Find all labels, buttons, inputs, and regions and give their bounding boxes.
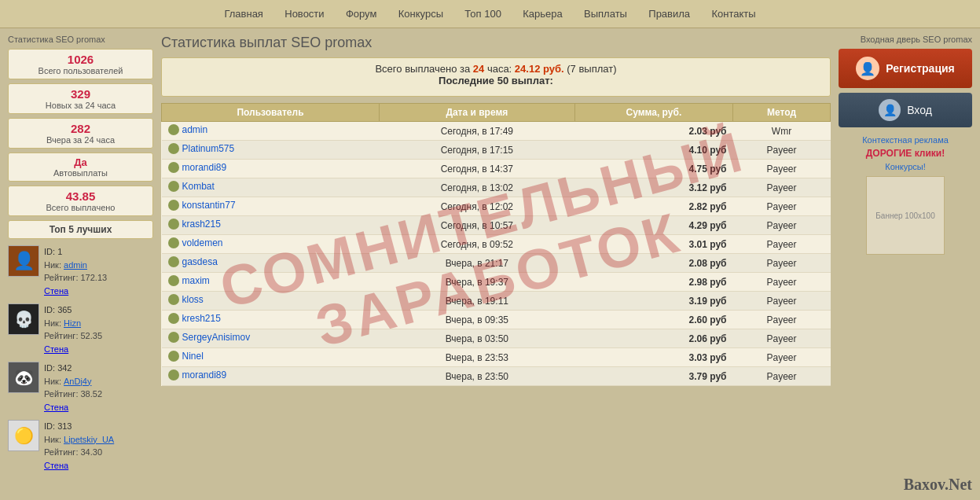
table-row: konstantin77Сегодня, в 12:022.82 рубPaye…	[162, 197, 831, 216]
banner-box: Баннер 100x100	[866, 176, 945, 255]
user-cell: admin	[162, 122, 380, 141]
amount-cell: 3.79 руб	[574, 367, 732, 386]
method-cell: Wmr	[733, 122, 831, 141]
stat-autopay: Да Автовыплаты	[8, 153, 153, 182]
left-sidebar: Статистика SEO promax 1026 Всего пользов…	[8, 35, 153, 478]
date-cell: Вчера, в 19:37	[379, 273, 574, 292]
right-title: Входная дверь SEO promax	[839, 35, 972, 44]
amount-cell: 4.75 руб	[574, 160, 732, 178]
nav-top100[interactable]: Топ 100	[464, 8, 501, 20]
avatar-4: 🟡	[8, 420, 39, 451]
nav-career[interactable]: Карьера	[523, 8, 563, 20]
center-content: Статистика выплат SEO promax Всего выпла…	[161, 35, 831, 478]
sidebar-title: Статистика SEO promax	[8, 35, 153, 44]
user-card-1: 👤 ID: 1 Ник: admin Рейтинг: 172.13 Стена	[8, 245, 153, 297]
method-cell: Payeer	[733, 348, 831, 367]
method-cell: Payeer	[733, 273, 831, 292]
date-cell: Сегодня, в 14:37	[379, 160, 574, 178]
col-user: Пользователь	[162, 104, 380, 122]
col-method: Метод	[733, 104, 831, 122]
date-cell: Вчера, в 23:53	[379, 348, 574, 367]
dor-link[interactable]: ДОРОГИЕ клики!	[839, 148, 972, 159]
date-cell: Сегодня, в 17:49	[379, 122, 574, 141]
nav-news[interactable]: Новости	[284, 8, 324, 20]
date-cell: Сегодня, в 13:02	[379, 178, 574, 197]
col-amount: Сумма, руб.	[574, 104, 732, 122]
login-icon: 👤	[879, 99, 901, 121]
avatar-3: 🐼	[8, 362, 39, 393]
nav-bar: Главная Новости Форум Конкурсы Топ 100 К…	[0, 0, 980, 28]
nav-rules[interactable]: Правила	[648, 8, 690, 20]
register-button[interactable]: 👤 Регистрация	[839, 49, 972, 88]
date-cell: Сегодня, в 17:15	[379, 141, 574, 160]
nav-forum[interactable]: Форум	[346, 8, 377, 20]
user-cell: morandi89	[162, 160, 380, 178]
user-card-2: 💀 ID: 365 Ник: Hizn Рейтинг: 52.35 Стена	[8, 303, 153, 355]
date-cell: Вчера, в 19:11	[379, 292, 574, 311]
stat-new-24h: 329 Новых за 24 часа	[8, 83, 153, 114]
nav-contests[interactable]: Конкурсы	[398, 8, 443, 20]
stat-total-users: 1026 Всего пользователей	[8, 49, 153, 79]
nav-home[interactable]: Главная	[224, 8, 262, 20]
table-row: krash215Сегодня, в 10:574.29 рубPayeer	[162, 216, 831, 235]
amount-cell: 2.08 руб	[574, 254, 732, 273]
main-layout: Статистика SEO promax 1026 Всего пользов…	[0, 28, 980, 484]
date-cell: Вчера, в 23:50	[379, 367, 574, 386]
table-row: NinelВчера, в 23:533.03 рубPayeer	[162, 348, 831, 367]
nav-payouts[interactable]: Выплаты	[584, 8, 627, 20]
user-card-3: 🐼 ID: 342 Ник: AnDj4y Рейтинг: 38.52 Сте…	[8, 362, 153, 414]
avatar-2: 💀	[8, 303, 39, 335]
table-row: gasdesaВчера, в 21:172.08 рубPayeer	[162, 254, 831, 273]
amount-cell: 4.10 руб	[574, 141, 732, 160]
amount-cell: 2.60 руб	[574, 311, 732, 329]
method-cell: Payeer	[733, 367, 831, 386]
nav-contacts[interactable]: Контакты	[711, 8, 755, 20]
table-row: SergeyAnisimovВчера, в 03:502.06 рубPaye…	[162, 329, 831, 348]
table-row: KombatСегодня, в 13:023.12 рубPayeer	[162, 178, 831, 197]
method-cell: Payeer	[733, 329, 831, 348]
stat-total-paid: 43.85 Всего выплачено	[8, 186, 153, 216]
baxov-logo: Baxov.Net	[904, 476, 972, 494]
user-cell: kresh215	[162, 311, 380, 329]
top5-label: Топ 5 лучших	[8, 220, 153, 239]
method-cell: Payeer	[733, 292, 831, 311]
stat-yesterday: 282 Вчера за 24 часа	[8, 118, 153, 149]
amount-cell: 2.98 руб	[574, 273, 732, 292]
table-row: voldemenСегодня, в 09:523.01 рубPayeer	[162, 235, 831, 254]
amount-cell: 3.01 руб	[574, 235, 732, 254]
table-row: Platinum575Сегодня, в 17:154.10 рубPayee…	[162, 141, 831, 160]
user-cell: maxim	[162, 273, 380, 292]
context-ad-link[interactable]: Контекстная реклама	[839, 135, 972, 145]
method-cell: Payeer	[733, 197, 831, 216]
table-row: maximВчера, в 19:372.98 рубPayeer	[162, 273, 831, 292]
date-cell: Вчера, в 03:50	[379, 329, 574, 348]
amount-cell: 2.03 руб	[574, 122, 732, 141]
user-cell: morandi89	[162, 367, 380, 386]
user-cell: Kombat	[162, 178, 380, 197]
avatar-1: 👤	[8, 245, 39, 277]
right-sidebar: Входная дверь SEO promax 👤 Регистрация 👤…	[839, 35, 972, 478]
user-cell: SergeyAnisimov	[162, 329, 380, 348]
method-cell: Payeer	[733, 178, 831, 197]
table-row: morandi89Вчера, в 23:503.79 рубPayeer	[162, 367, 831, 386]
last-payments-title: Последние 50 выплат:	[170, 75, 822, 86]
date-cell: Вчера, в 09:35	[379, 311, 574, 329]
amount-cell: 3.12 руб	[574, 178, 732, 197]
col-date: Дата и время	[379, 104, 574, 122]
amount-cell: 3.03 руб	[574, 348, 732, 367]
login-button[interactable]: 👤 Вход	[839, 93, 972, 127]
date-cell: Сегодня, в 12:02	[379, 197, 574, 216]
method-cell: Payeer	[733, 160, 831, 178]
page-wrapper: Главная Новости Форум Конкурсы Топ 100 К…	[0, 0, 980, 500]
date-cell: Вчера, в 21:17	[379, 254, 574, 273]
contests-link[interactable]: Конкурсы!	[839, 162, 972, 171]
amount-cell: 2.06 руб	[574, 329, 732, 348]
user-cell: Ninel	[162, 348, 380, 367]
summary-box: Всего выплачено за 24 часа: 24.12 руб. (…	[161, 57, 831, 97]
method-cell: Payeer	[733, 254, 831, 273]
date-cell: Сегодня, в 09:52	[379, 235, 574, 254]
method-cell: Payeer	[733, 216, 831, 235]
user-cell: konstantin77	[162, 197, 380, 216]
amount-cell: 3.19 руб	[574, 292, 732, 311]
user-card-4: 🟡 ID: 313 Ник: Lipetskiy_UA Рейтинг: 34.…	[8, 420, 153, 472]
